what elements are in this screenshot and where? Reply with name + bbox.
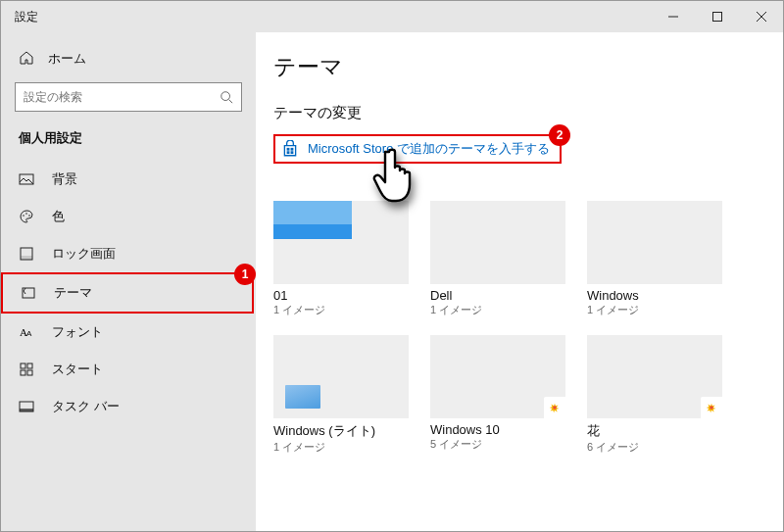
svg-rect-11 (21, 256, 32, 260)
search-input[interactable] (24, 90, 220, 104)
theme-thumbnail (430, 335, 565, 418)
svg-rect-22 (291, 148, 294, 151)
sidebar-item-label: 背景 (52, 170, 77, 188)
themes-icon (21, 285, 36, 301)
store-link-label: Microsoft Store で追加のテーマを入手する (308, 140, 550, 158)
theme-caption: 花 (587, 422, 722, 440)
svg-point-4 (221, 92, 230, 101)
svg-rect-16 (27, 363, 32, 368)
sidebar-item-themes[interactable]: テーマ 1 (1, 272, 254, 314)
titlebar: 設定 (1, 1, 783, 32)
dynamic-theme-icon (701, 397, 722, 418)
home-icon (19, 50, 34, 69)
font-icon: AA (19, 324, 34, 340)
theme-thumbnail (430, 201, 565, 284)
category-label: 個人用設定 (1, 129, 256, 161)
sidebar-item-start[interactable]: スタート (1, 351, 256, 388)
svg-rect-24 (291, 151, 294, 154)
store-icon (281, 140, 299, 158)
theme-subcaption: 1 イメージ (430, 303, 565, 317)
main-panel: テーマ テーマの変更 Microsoft Store で追加のテーマを入手する … (256, 32, 783, 531)
theme-thumbnail (587, 335, 722, 418)
theme-item[interactable]: 01 1 イメージ (273, 201, 409, 317)
theme-subcaption: 6 イメージ (587, 440, 722, 455)
start-icon (19, 362, 34, 377)
svg-text:A: A (26, 329, 32, 338)
theme-subcaption: 1 イメージ (273, 440, 409, 455)
theme-subcaption: 1 イメージ (273, 303, 409, 317)
close-icon (757, 12, 766, 22)
sidebar-item-taskbar[interactable]: タスク バー (1, 388, 256, 425)
svg-line-5 (229, 100, 233, 104)
close-button[interactable] (739, 1, 783, 32)
theme-subcaption: 5 イメージ (430, 437, 565, 452)
search-box[interactable] (15, 82, 242, 112)
sidebar: ホーム 個人用設定 背景 色 ロック画面 テーマ 1 AA フォント (1, 32, 256, 531)
svg-rect-17 (21, 370, 25, 375)
home-label: ホーム (48, 51, 86, 68)
sidebar-item-label: ロック画面 (52, 245, 116, 263)
section-subheading: テーマの変更 (273, 104, 765, 122)
svg-rect-21 (287, 148, 290, 151)
svg-rect-23 (287, 151, 290, 154)
theme-caption: 01 (273, 288, 409, 303)
sidebar-item-fonts[interactable]: AA フォント (1, 314, 256, 351)
taskbar-icon (19, 399, 34, 414)
sidebar-item-lockscreen[interactable]: ロック画面 (1, 235, 256, 272)
sidebar-item-label: 色 (52, 208, 65, 225)
sidebar-item-label: スタート (52, 361, 103, 378)
svg-point-8 (25, 213, 27, 215)
svg-rect-15 (21, 363, 25, 368)
theme-item[interactable]: Windows 1 イメージ (587, 201, 722, 317)
theme-item[interactable]: Dell 1 イメージ (430, 201, 565, 317)
maximize-button[interactable] (695, 1, 739, 32)
dynamic-theme-icon (544, 397, 565, 418)
image-icon (19, 171, 34, 187)
annotation-badge-2: 2 (549, 124, 570, 146)
lockscreen-icon (19, 246, 34, 262)
svg-point-7 (23, 215, 24, 217)
palette-icon (19, 209, 34, 224)
window-title: 設定 (15, 9, 38, 25)
minimize-button[interactable] (651, 1, 695, 32)
theme-item[interactable]: 花 6 イメージ (587, 335, 722, 455)
svg-rect-1 (712, 13, 721, 22)
sidebar-item-label: タスク バー (52, 398, 120, 415)
theme-item[interactable]: Windows 10 5 イメージ (430, 335, 565, 455)
search-icon (220, 90, 233, 104)
svg-point-9 (28, 215, 30, 217)
maximize-icon (712, 12, 722, 22)
svg-point-25 (553, 406, 557, 410)
theme-subcaption: 1 イメージ (587, 303, 722, 317)
theme-caption: Windows (ライト) (273, 422, 409, 440)
sidebar-item-background[interactable]: 背景 (1, 161, 256, 198)
sidebar-item-colors[interactable]: 色 (1, 198, 256, 235)
home-button[interactable]: ホーム (1, 44, 256, 82)
svg-rect-18 (27, 370, 32, 375)
sidebar-item-label: テーマ (54, 284, 92, 302)
theme-item[interactable]: Windows (ライト) 1 イメージ (273, 335, 409, 455)
minimize-icon (668, 12, 678, 22)
store-link[interactable]: Microsoft Store で追加のテーマを入手する 2 (273, 134, 562, 164)
svg-point-26 (710, 406, 713, 410)
theme-thumbnail (587, 201, 722, 284)
theme-caption: Dell (430, 288, 565, 303)
svg-rect-20 (20, 409, 33, 411)
theme-thumbnail (273, 335, 409, 418)
theme-thumbnail (273, 201, 409, 284)
sidebar-item-label: フォント (52, 323, 103, 341)
titlebar-controls (651, 1, 783, 32)
theme-caption: Windows (587, 288, 722, 303)
annotation-badge-1: 1 (234, 264, 256, 285)
theme-caption: Windows 10 (430, 422, 565, 437)
themes-grid: 01 1 イメージ Dell 1 イメージ Windows 1 イメージ Win… (273, 201, 765, 455)
page-heading: テーマ (273, 52, 765, 82)
